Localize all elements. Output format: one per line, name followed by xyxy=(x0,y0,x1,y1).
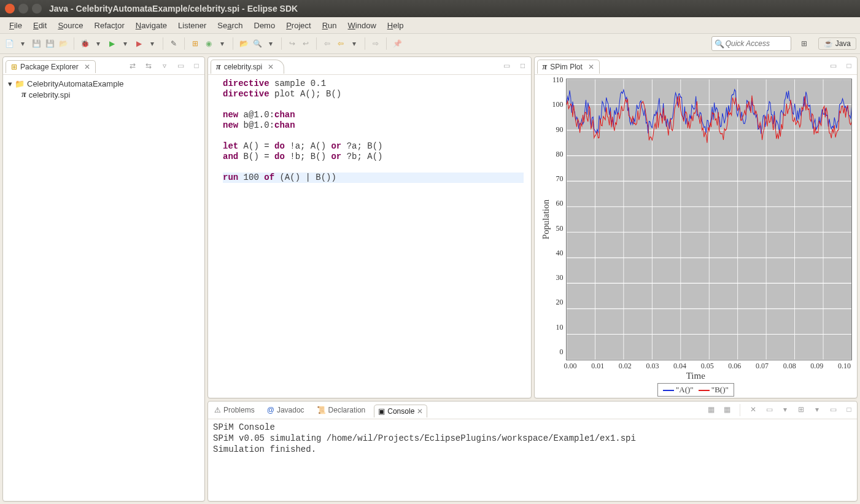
chart-yaxis: 1101009080706050403020100 xyxy=(552,79,566,360)
quick-access[interactable]: 🔍 xyxy=(711,36,791,51)
tree-file[interactable]: π celebrity.spi xyxy=(8,89,200,100)
dropdown-icon[interactable]: ▾ xyxy=(780,404,791,415)
minimize-icon[interactable] xyxy=(18,4,28,14)
menu-refactor[interactable]: Refactor xyxy=(89,19,130,32)
tab-problems[interactable]: ⚠Problems xyxy=(211,404,258,416)
chart-legend: "A()" "B()" xyxy=(657,383,734,397)
tab-label: Declaration xyxy=(328,406,366,414)
tree-label: celebrity.spi xyxy=(29,90,71,99)
runext-icon[interactable]: ▶ xyxy=(133,38,144,49)
tab-javadoc[interactable]: @Javadoc xyxy=(263,404,308,416)
close-icon[interactable] xyxy=(5,4,15,14)
problems-icon: ⚠ xyxy=(214,406,221,414)
minimize-icon[interactable]: ▭ xyxy=(502,60,513,71)
console-icon: ▣ xyxy=(378,407,385,416)
console-btn1-icon[interactable]: ▦ xyxy=(705,404,716,415)
menu-file[interactable]: File xyxy=(4,19,28,32)
open-icon[interactable]: 📂 xyxy=(238,38,249,49)
menu-search[interactable]: Search xyxy=(212,19,248,32)
tab-editor[interactable]: π celebrity.spi ✕ xyxy=(211,60,284,74)
tab-label: SPim Plot xyxy=(550,63,583,71)
debug-icon[interactable]: 🐞 xyxy=(79,38,90,49)
maximize-icon[interactable]: □ xyxy=(843,60,854,71)
legend-a: "A()" xyxy=(676,385,694,394)
menu-demo[interactable]: Demo xyxy=(249,19,281,32)
dropdown-icon[interactable]: ▾ xyxy=(17,38,28,49)
minimize-icon[interactable]: ▭ xyxy=(827,404,839,415)
close-icon[interactable]: ✕ xyxy=(588,63,594,71)
save-all-icon[interactable]: 💾 xyxy=(44,38,55,49)
console-btn2-icon[interactable]: ▦ xyxy=(721,404,732,415)
menu-help[interactable]: Help xyxy=(382,19,409,32)
new-icon[interactable]: 📄 xyxy=(4,38,15,49)
minimize-icon[interactable]: ▭ xyxy=(827,60,839,71)
tree-project[interactable]: ▾ 📁 CelebrityAutomataExample xyxy=(8,79,200,89)
dropdown-icon[interactable]: ▾ xyxy=(265,38,276,49)
menu-window[interactable]: Window xyxy=(343,19,382,32)
perspective-label: Java xyxy=(835,39,851,48)
dropdown-icon[interactable]: ▾ xyxy=(349,38,360,49)
maximize-icon[interactable] xyxy=(32,4,42,14)
minimize-icon[interactable]: ▭ xyxy=(175,60,186,71)
run-icon[interactable]: ▶ xyxy=(106,38,117,49)
tab-label: Javadoc xyxy=(277,406,304,414)
close-icon[interactable]: ✕ xyxy=(268,63,274,71)
pi-icon: π xyxy=(21,90,26,99)
search-icon[interactable]: 🔍 xyxy=(252,38,263,49)
maximize-icon[interactable]: □ xyxy=(517,60,529,71)
editor-content[interactable]: directive sample 0.1 directive plot A();… xyxy=(208,75,531,398)
close-icon[interactable]: ✕ xyxy=(417,407,423,416)
console-new-icon[interactable]: ⊞ xyxy=(796,404,807,415)
dropdown-icon[interactable]: ▾ xyxy=(120,38,131,49)
legend-b: "B()" xyxy=(711,385,729,394)
newtype-icon[interactable]: ◉ xyxy=(203,38,214,49)
console-clear-icon[interactable]: ✕ xyxy=(748,404,759,415)
tree-label: CelebrityAutomataExample xyxy=(27,79,124,88)
chevron-down-icon[interactable]: ▾ xyxy=(8,79,12,88)
chart-ylabel: Population xyxy=(540,79,552,360)
collapse-icon[interactable]: ⇄ xyxy=(127,60,138,71)
menu-source[interactable]: Source xyxy=(52,19,88,32)
save-icon[interactable]: 💾 xyxy=(31,38,42,49)
menu-run[interactable]: Run xyxy=(317,19,343,32)
dropdown-icon[interactable]: ▾ xyxy=(93,38,104,49)
close-icon[interactable]: ✕ xyxy=(84,63,90,71)
link-icon[interactable]: ⇆ xyxy=(143,60,154,71)
back-icon[interactable]: ⇦ xyxy=(322,38,333,49)
newpkg-icon[interactable]: ⊞ xyxy=(190,38,201,49)
menubar: File Edit Source Refactor Navigate Liste… xyxy=(0,17,860,34)
menu-navigate[interactable]: Navigate xyxy=(130,19,172,32)
tab-package-explorer[interactable]: ⊞ Package Explorer ✕ xyxy=(6,60,96,73)
fwd-icon[interactable]: ⇦ xyxy=(335,38,346,49)
menu-project[interactable]: Project xyxy=(281,19,316,32)
open-perspective-icon[interactable]: ⊞ xyxy=(799,38,810,49)
print-icon[interactable]: 📂 xyxy=(58,38,69,49)
dropdown-icon[interactable]: ▾ xyxy=(147,38,158,49)
pin-icon[interactable]: 📌 xyxy=(392,38,403,49)
nav2-icon[interactable]: ↩ xyxy=(300,38,311,49)
tab-spim-plot[interactable]: π SPim Plot ✕ xyxy=(537,60,600,74)
window-titlebar: Java - CelebrityAutomataExample/celebrit… xyxy=(0,0,860,17)
maximize-icon[interactable]: □ xyxy=(191,60,202,71)
chart-xlabel: Time xyxy=(540,371,853,381)
nav1-icon[interactable]: ↪ xyxy=(287,38,298,49)
menu-edit[interactable]: Edit xyxy=(28,19,52,32)
dropdown-icon[interactable]: ▾ xyxy=(217,38,228,49)
wand-icon[interactable]: ✎ xyxy=(168,38,179,49)
pi-icon: π xyxy=(216,62,221,72)
java-icon: ☕ xyxy=(824,39,833,48)
tab-console[interactable]: ▣Console ✕ xyxy=(374,405,427,417)
console-output[interactable]: SPiM Console SPiM v0.05 simulating /home… xyxy=(208,419,857,501)
perspective-java[interactable]: ☕ Java xyxy=(818,37,856,50)
menu-icon[interactable]: ▿ xyxy=(159,60,170,71)
dropdown-icon[interactable]: ▾ xyxy=(812,404,823,415)
menu-listener[interactable]: Listener xyxy=(172,19,212,32)
tab-declaration[interactable]: 📜Declaration xyxy=(313,404,370,416)
nav3-icon[interactable]: ⇨ xyxy=(370,38,381,49)
console-display-icon[interactable]: ▭ xyxy=(764,404,775,415)
package-explorer-tree: ▾ 📁 CelebrityAutomataExample π celebrity… xyxy=(3,75,204,104)
main-toolbar: 📄▾ 💾 💾 📂 🐞▾ ▶▾ ▶▾ ✎ ⊞ ◉▾ 📂 🔍▾ ↪ ↩ ⇦ ⇦▾ ⇨… xyxy=(0,34,860,54)
quick-access-input[interactable] xyxy=(724,39,788,48)
javadoc-icon: @ xyxy=(267,406,274,414)
maximize-icon[interactable]: □ xyxy=(843,404,854,415)
